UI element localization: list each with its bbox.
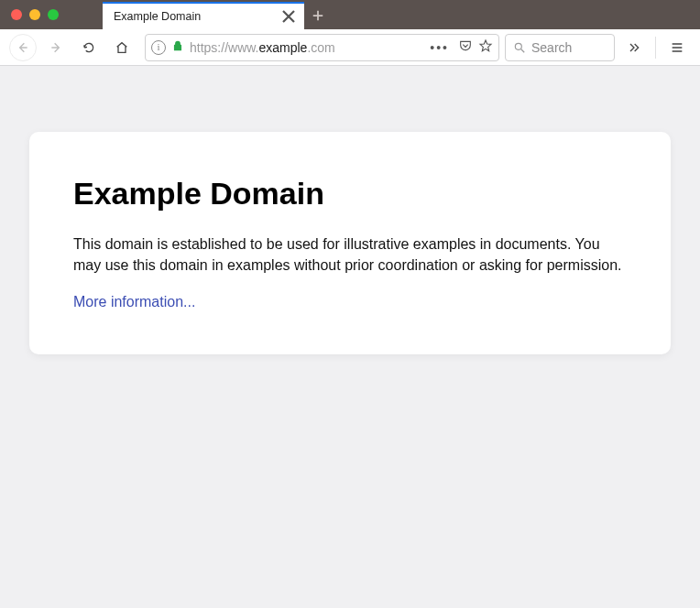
site-info-icon[interactable]: i xyxy=(151,40,166,55)
url-host: example xyxy=(258,40,307,55)
reload-icon xyxy=(82,40,96,55)
pocket-button[interactable] xyxy=(458,38,473,56)
page-heading: Example Domain xyxy=(73,176,627,212)
menu-button[interactable] xyxy=(663,34,691,61)
tab-title: Example Domain xyxy=(114,10,280,23)
forward-button[interactable] xyxy=(42,34,70,61)
minimize-window-button[interactable] xyxy=(29,9,40,20)
browser-tab-active[interactable]: Example Domain xyxy=(103,2,304,29)
browser-toolbar: i https://www.example.com ••• Search xyxy=(0,29,700,66)
back-button[interactable] xyxy=(9,34,37,61)
search-placeholder: Search xyxy=(531,40,572,55)
address-bar-group: i https://www.example.com ••• Search xyxy=(145,34,615,61)
plus-icon xyxy=(312,9,324,22)
maximize-window-button[interactable] xyxy=(48,9,59,20)
home-button[interactable] xyxy=(108,34,136,61)
home-icon xyxy=(115,40,129,55)
address-bar[interactable]: i https://www.example.com ••• xyxy=(145,34,499,61)
toolbar-separator xyxy=(655,37,656,59)
close-icon xyxy=(280,8,297,25)
star-icon xyxy=(478,38,493,53)
lock-icon xyxy=(171,39,184,55)
url-scheme: https://www. xyxy=(190,40,258,55)
overflow-button[interactable] xyxy=(620,34,648,61)
search-field[interactable]: Search xyxy=(505,34,615,61)
page-actions-button[interactable]: ••• xyxy=(426,40,453,55)
pocket-icon xyxy=(458,38,473,53)
page-paragraph: This domain is established to be used fo… xyxy=(73,233,627,276)
bookmark-button[interactable] xyxy=(478,38,493,56)
window-controls xyxy=(0,0,70,29)
chevrons-right-icon xyxy=(627,40,641,55)
reload-button[interactable] xyxy=(75,34,103,61)
hamburger-icon xyxy=(670,40,684,55)
new-tab-button[interactable] xyxy=(304,2,332,29)
tab-strip: Example Domain xyxy=(70,0,332,29)
close-tab-button[interactable] xyxy=(280,8,297,25)
close-window-button[interactable] xyxy=(11,9,22,20)
more-information-link[interactable]: More information... xyxy=(73,294,195,309)
page-viewport: Example Domain This domain is establishe… xyxy=(0,132,700,608)
search-icon xyxy=(513,41,526,54)
window-titlebar: Example Domain xyxy=(0,0,700,29)
url-tld: .com xyxy=(307,40,334,55)
content-card: Example Domain This domain is establishe… xyxy=(29,132,671,354)
url-text: https://www.example.com xyxy=(190,40,335,55)
arrow-right-icon xyxy=(49,40,63,55)
arrow-left-icon xyxy=(16,40,30,55)
svg-point-0 xyxy=(515,43,521,49)
